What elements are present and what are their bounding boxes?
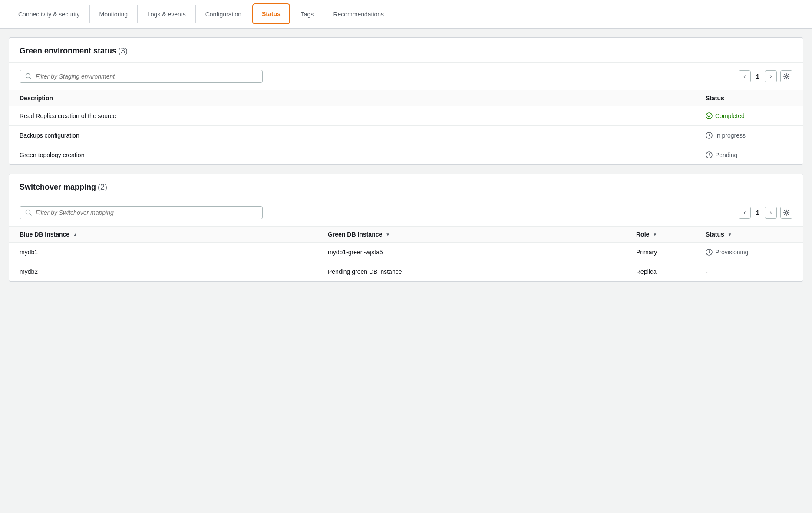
chevron-left-icon: ‹ [743,209,746,216]
tab-label: Tags [301,11,314,18]
row-description: Read Replica creation of the source [20,112,706,119]
row-status: Provisioning [706,249,792,256]
switchover-search-input[interactable] [36,209,257,216]
green-env-table: Description Status Read Replica creation… [9,90,803,164]
tab-connectivity[interactable]: Connectivity & security [9,1,89,29]
switchover-col-blue: Blue DB Instance ▲ [20,231,328,238]
green-env-header: Green environment status (3) [9,38,803,63]
row-status: Completed [706,112,792,119]
tab-recommendations[interactable]: Recommendations [323,1,393,29]
row-status: - [706,268,792,275]
row-status: Pending [706,151,792,158]
row-status: In progress [706,132,792,139]
green-env-search-box[interactable] [20,70,263,83]
green-env-col-status: Status [706,95,792,102]
tab-label: Logs & events [147,11,186,18]
tab-monitoring[interactable]: Monitoring [90,1,137,29]
green-env-search-row: ‹ 1 › [9,63,803,90]
row-description: Backups configuration [20,132,706,139]
svg-line-1 [30,78,32,79]
gear-icon [783,73,790,80]
status-badge: Provisioning [706,249,792,256]
role: Replica [636,268,706,275]
main-content: Green environment status (3) ‹ 1 › [0,29,812,299]
green-env-col-description: Description [20,95,706,102]
clock-icon [706,151,713,158]
table-row: mydb2 Pending green DB instance Replica … [9,262,803,281]
tab-label: Status [262,10,281,17]
switchover-count: (2) [98,183,107,191]
switchover-settings-btn[interactable] [780,207,792,219]
tab-divider-4 [251,5,251,23]
status-badge: Completed [706,112,792,119]
green-instance: Pending green DB instance [328,268,636,275]
sort-desc-icon[interactable]: ▼ [653,232,657,237]
green-env-search-input[interactable] [36,73,257,80]
table-row: Read Replica creation of the source Comp… [9,106,803,126]
tab-label: Connectivity & security [18,11,80,18]
switchover-table: Blue DB Instance ▲ Green DB Instance ▼ R… [9,227,803,281]
switchover-search-row: ‹ 1 › [9,199,803,227]
switchover-header: Switchover mapping (2) [9,174,803,199]
table-row: Backups configuration In progress [9,126,803,145]
switchover-next-btn[interactable]: › [765,207,777,219]
green-env-page-number: 1 [754,73,761,80]
tab-status[interactable]: Status [252,3,290,24]
tab-label: Recommendations [333,11,384,18]
search-icon [25,209,32,216]
role: Primary [636,249,706,256]
switchover-prev-btn[interactable]: ‹ [739,207,751,219]
green-env-pagination: ‹ 1 › [739,70,792,82]
status-badge: In progress [706,132,792,139]
tab-logs[interactable]: Logs & events [138,1,195,29]
blue-instance: mydb2 [20,268,328,275]
svg-point-8 [786,212,788,214]
green-env-card: Green environment status (3) ‹ 1 › [9,37,803,165]
green-env-next-btn[interactable]: › [765,70,777,82]
check-circle-icon [706,112,713,119]
green-env-settings-btn[interactable] [780,70,792,82]
switchover-table-header: Blue DB Instance ▲ Green DB Instance ▼ R… [9,227,803,243]
clock-icon [706,249,713,256]
green-env-prev-btn[interactable]: ‹ [739,70,751,82]
switchover-page-number: 1 [754,209,761,216]
svg-line-7 [30,214,32,216]
green-env-title: Green environment status [20,46,116,55]
sort-desc-icon[interactable]: ▼ [728,232,732,237]
green-env-table-header: Description Status [9,90,803,106]
table-row: mydb1 mydb1-green-wjsta5 Primary Provisi… [9,243,803,262]
row-description: Green topology creation [20,151,706,158]
svg-point-3 [706,113,712,119]
search-icon [25,73,32,80]
green-env-count: (3) [118,46,128,55]
switchover-col-role: Role ▼ [636,231,706,238]
switchover-col-green: Green DB Instance ▼ [328,231,636,238]
table-row: Green topology creation Pending [9,145,803,164]
switchover-title: Switchover mapping [20,183,96,191]
tab-label: Monitoring [99,11,128,18]
gear-icon [783,209,790,216]
tab-configuration[interactable]: Configuration [196,1,251,29]
green-instance: mydb1-green-wjsta5 [328,249,636,256]
clock-icon [706,132,713,139]
switchover-col-status: Status ▼ [706,231,792,238]
tab-tags[interactable]: Tags [291,1,323,29]
switchover-card: Switchover mapping (2) ‹ 1 › [9,174,803,282]
status-badge: Pending [706,151,792,158]
sort-desc-icon[interactable]: ▼ [386,232,390,237]
tab-bar: Connectivity & security Monitoring Logs … [0,0,812,29]
tab-label: Configuration [205,11,241,18]
sort-asc-icon[interactable]: ▲ [73,232,77,237]
switchover-pagination: ‹ 1 › [739,207,792,219]
chevron-right-icon: › [769,209,772,216]
switchover-search-box[interactable] [20,206,263,219]
chevron-right-icon: › [769,73,772,80]
blue-instance: mydb1 [20,249,328,256]
chevron-left-icon: ‹ [743,73,746,80]
svg-point-2 [786,76,788,78]
